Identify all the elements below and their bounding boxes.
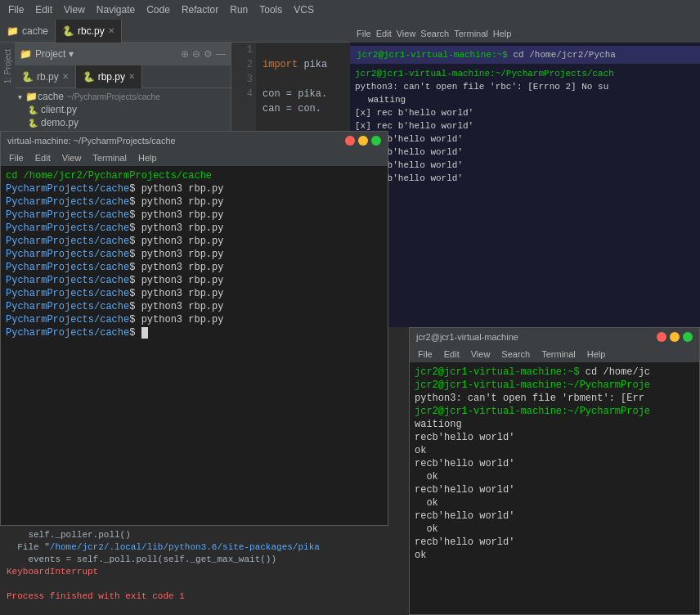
t2-maximize-btn[interactable] (683, 332, 693, 342)
tab-rbp-py[interactable]: 🐍 rbp.py ✕ (76, 65, 142, 88)
line-num-4: 4 (231, 87, 253, 101)
menu-vcs[interactable]: VCS (289, 2, 319, 17)
rb-py-icon: 🐍 (21, 71, 34, 83)
tab-rb-py[interactable]: 🐍 rb.py ✕ (15, 65, 76, 88)
project-header-icons: ⊕ ⊖ ⚙ — (181, 48, 226, 60)
project-title: Project (35, 48, 65, 60)
rbp-py-icon: 🐍 (83, 71, 95, 83)
t2-line-2: jcr2@jcr1-virtual-machine:~/PycharmProje (415, 379, 694, 392)
minimize-btn[interactable] (358, 136, 368, 146)
tree-expand-icon: ▾ (18, 92, 22, 101)
editor-tab-bar: 🐍 rb.py ✕ 🐍 rbp.py ✕ (15, 65, 231, 88)
t2-line-rec2: recb'hello world' (415, 457, 694, 470)
bg-menu-edit[interactable]: Edit (376, 27, 392, 40)
tree-cache-folder-icon: 📁 (25, 91, 38, 102)
settings-gear-icon[interactable]: ⚙ (204, 48, 213, 60)
t1-menu-help[interactable]: Help (133, 152, 162, 164)
project-dropdown-icon[interactable]: ▾ (69, 48, 74, 60)
terminal-2-title: jcr2@jcr1-virtual-machine (416, 332, 518, 342)
t1-line-11: PycharmProjects/cache$ python3 rbp.py (6, 313, 383, 326)
bg-menu-search[interactable]: Search (420, 27, 449, 40)
tab-rb-label: rb.py (37, 71, 59, 83)
tree-client-label: client.py (41, 104, 77, 115)
line-num-3: 3 (231, 72, 253, 87)
t1-prompt-last: PycharmProjects/cache$ (6, 326, 383, 339)
terminal-bg-content: jcr2@jcr1-virtual-machine:~/PycharmProje… (355, 67, 695, 185)
tab-rbc-label: rbc.py (78, 25, 105, 37)
t1-menu-view[interactable]: View (57, 152, 87, 164)
t2-menu-view[interactable]: View (466, 348, 496, 360)
folder-icon: 📁 (7, 25, 19, 37)
terminal-2: jcr2@jcr1-virtual-machine File Edit View… (409, 327, 700, 615)
t1-menu-edit[interactable]: Edit (30, 152, 56, 164)
terminal-1-title: virtual-machine: ~/PycharmProjects/cache (7, 136, 176, 146)
tree-client-py[interactable]: 🐍 client.py (25, 103, 231, 116)
bg-menu-file[interactable]: File (357, 27, 371, 40)
t2-line-rec3: recb'hello world' (415, 483, 694, 496)
menu-file[interactable]: File (3, 2, 29, 17)
project-header: 📁 Project ▾ ⊕ ⊖ ⚙ — (15, 43, 231, 65)
terminal-2-btns (657, 332, 693, 342)
t2-menu-help[interactable]: Help (582, 348, 611, 360)
t1-line-10: PycharmProjects/cache$ python3 rbp.py (6, 300, 383, 313)
menu-tools[interactable]: Tools (254, 2, 287, 17)
output-panel: self._poller.poll() File "/home/jcr2/.lo… (0, 525, 388, 615)
t2-line-4: jcr2@jcr1-virtual-machine:~/PycharmProje (415, 405, 694, 418)
terminal-1-menu: File Edit View Terminal Help (1, 150, 388, 166)
terminal-2-titlebar: jcr2@jcr1-virtual-machine (410, 328, 699, 346)
line-num-1: 1 (231, 43, 253, 57)
t2-menu-file[interactable]: File (413, 348, 438, 360)
t2-line-ok4: ok (415, 523, 694, 536)
menu-code[interactable]: Code (141, 2, 175, 17)
t2-line-rec5: recb'hello world' (415, 536, 694, 549)
menu-run[interactable]: Run (225, 2, 253, 17)
t1-line-8: PycharmProjects/cache$ python3 rbp.py (6, 274, 383, 287)
close-btn[interactable] (345, 136, 355, 146)
tab-rbc-py[interactable]: 🐍 rbc.py ✕ (56, 20, 122, 43)
tab-close-icon[interactable]: ✕ (108, 26, 114, 35)
t2-line-waitiong: waitiong (415, 418, 694, 431)
terminal-2-body[interactable]: jcr2@jcr1-virtual-machine:~$ cd /home/jc… (410, 362, 699, 614)
python-icon: 🐍 (62, 25, 74, 37)
tab-rb-close-icon[interactable]: ✕ (62, 72, 69, 81)
bg-menu-terminal[interactable]: Terminal (454, 27, 488, 40)
terminal-bg: File Edit View Search Terminal Help jcr2… (350, 25, 700, 327)
t2-line-rec4: recb'hello world' (415, 510, 694, 523)
t2-minimize-btn[interactable] (670, 332, 680, 342)
minimize-icon[interactable]: — (216, 48, 226, 60)
output-line-3: events = self._poll.poll(self._get_max_w… (7, 554, 382, 566)
sidebar-label-project[interactable]: 1: Project (3, 46, 12, 87)
t2-line-ok5: ok (415, 549, 694, 562)
tree-client-icon: 🐍 (28, 105, 38, 114)
t2-line-ok1: ok (415, 444, 694, 457)
tree-root[interactable]: ▾ 📁 cache ~/PycharmProjects/cache (15, 90, 231, 103)
menu-edit[interactable]: Edit (30, 2, 57, 17)
maximize-btn[interactable] (371, 136, 381, 146)
t1-menu-file[interactable]: File (4, 152, 29, 164)
cursor (141, 327, 148, 339)
t1-menu-terminal[interactable]: Terminal (88, 152, 132, 164)
bg-menu-help[interactable]: Help (493, 27, 512, 40)
t1-line-4: PycharmProjects/cache$ python3 rbp.py (6, 222, 383, 235)
t2-menu-search[interactable]: Search (496, 348, 535, 360)
tab-rbp-close-icon[interactable]: ✕ (128, 72, 135, 81)
tree-demo-label: demo.py (41, 117, 79, 128)
t2-line-3: python3: can't open file 'rbment': [Err (415, 392, 694, 405)
tab-cache[interactable]: 📁 cache (0, 20, 56, 43)
t1-line-cd: cd /home/jcr2/PycharmProjects/cache (6, 169, 383, 182)
output-exit-code: Process finished with exit code 1 (7, 590, 382, 603)
output-link[interactable]: /home/jcr2/.local/lib/python3.6/site-pac… (50, 542, 320, 552)
collapse-icon[interactable]: ⊖ (192, 48, 200, 60)
t2-menu-terminal[interactable]: Terminal (536, 348, 581, 360)
ide-window: File Edit View Navigate Code Refactor Ru… (0, 0, 700, 615)
menu-refactor[interactable]: Refactor (177, 2, 223, 17)
bg-menu-view[interactable]: View (397, 27, 416, 40)
sync-icon[interactable]: ⊕ (181, 48, 189, 60)
ide-menu-bar: File Edit View Navigate Code Refactor Ru… (0, 0, 700, 20)
tree-demo-icon: 🐍 (28, 119, 38, 128)
menu-view[interactable]: View (59, 2, 90, 17)
t2-menu-edit[interactable]: Edit (439, 348, 464, 360)
tree-demo-py[interactable]: 🐍 demo.py (25, 116, 231, 129)
t2-close-btn[interactable] (657, 332, 666, 342)
menu-navigate[interactable]: Navigate (92, 2, 140, 17)
